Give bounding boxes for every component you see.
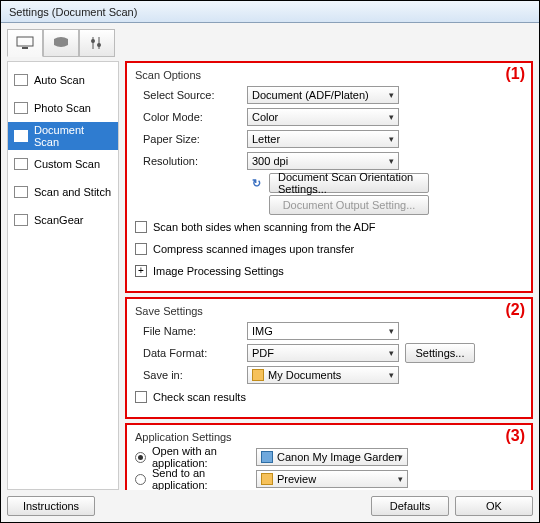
section-scan-options: (1) Scan Options Select Source: Document… xyxy=(125,61,533,293)
callout-2: (2) xyxy=(505,301,525,319)
select-source-combo[interactable]: Document (ADF/Platen) xyxy=(247,86,399,104)
resolution-label: Resolution: xyxy=(135,155,247,167)
orientation-settings-button[interactable]: Document Scan Orientation Settings... xyxy=(269,173,429,193)
open-with-combo[interactable]: Canon My Image Garden xyxy=(256,448,408,466)
send-app-label: Send to an application: xyxy=(152,467,256,490)
color-mode-combo[interactable]: Color xyxy=(247,108,399,126)
sidebar-item-scan-stitch[interactable]: Scan and Stitch xyxy=(8,178,118,206)
chk-check-results[interactable] xyxy=(135,391,147,403)
data-format-value: PDF xyxy=(252,347,274,359)
file-name-field[interactable]: IMG xyxy=(247,322,399,340)
svg-point-5 xyxy=(97,43,101,47)
radio-open-with[interactable] xyxy=(135,452,146,463)
section-app-settings: (3) Application Settings Open with an ap… xyxy=(125,423,533,490)
callout-1: (1) xyxy=(505,65,525,83)
svg-rect-0 xyxy=(17,37,33,46)
resolution-combo[interactable]: 300 dpi xyxy=(247,152,399,170)
sidebar-item-label: Custom Scan xyxy=(34,158,100,170)
radio-send-app[interactable] xyxy=(135,474,146,485)
save-in-label: Save in: xyxy=(135,369,247,381)
app-settings-title: Application Settings xyxy=(135,431,523,443)
output-setting-button[interactable]: Document Output Setting... xyxy=(269,195,429,215)
save-in-combo[interactable]: My Documents xyxy=(247,366,399,384)
doc-icon xyxy=(14,102,28,114)
doc-icon xyxy=(14,214,28,226)
select-source-label: Select Source: xyxy=(135,89,247,101)
doc-icon xyxy=(14,186,28,198)
send-app-value: Preview xyxy=(277,473,316,485)
feeder-icon xyxy=(51,35,71,51)
chk-check-results-label: Check scan results xyxy=(153,391,246,403)
callout-3: (3) xyxy=(505,427,525,445)
titlebar: Settings (Document Scan) xyxy=(1,1,539,23)
sidebar-item-label: Document Scan xyxy=(34,124,112,148)
expand-image-processing[interactable]: + xyxy=(135,265,147,277)
sidebar-item-auto-scan[interactable]: Auto Scan xyxy=(8,66,118,94)
save-settings-title: Save Settings xyxy=(135,305,523,317)
sidebar-item-label: Scan and Stitch xyxy=(34,186,111,198)
main-row: Auto Scan Photo Scan Document Scan Custo… xyxy=(7,61,533,490)
sidebar-item-label: Photo Scan xyxy=(34,102,91,114)
doc-icon xyxy=(14,158,28,170)
mode-tabbar xyxy=(7,29,533,57)
scan-options-title: Scan Options xyxy=(135,69,523,81)
color-mode-label: Color Mode: xyxy=(135,111,247,123)
sidebar-item-photo-scan[interactable]: Photo Scan xyxy=(8,94,118,122)
doc-icon xyxy=(14,130,28,142)
sliders-icon xyxy=(87,35,107,51)
doc-icon xyxy=(14,74,28,86)
paper-size-label: Paper Size: xyxy=(135,133,247,145)
tab-tools[interactable] xyxy=(79,29,115,57)
tab-scanner[interactable] xyxy=(7,29,43,57)
tab-feeder[interactable] xyxy=(43,29,79,57)
chk-compress-label: Compress scanned images upon transfer xyxy=(153,243,354,255)
folder-icon xyxy=(252,369,264,381)
send-app-combo[interactable]: Preview xyxy=(256,470,408,488)
window-body: Auto Scan Photo Scan Document Scan Custo… xyxy=(1,23,539,522)
paper-size-value: Letter xyxy=(252,133,280,145)
save-in-value: My Documents xyxy=(268,369,341,381)
open-with-label: Open with an application: xyxy=(152,445,256,469)
footer: Instructions Defaults OK xyxy=(7,490,533,516)
sidebar-item-custom-scan[interactable]: Custom Scan xyxy=(8,150,118,178)
monitor-icon xyxy=(15,35,35,51)
data-format-label: Data Format: xyxy=(135,347,247,359)
section-save-settings: (2) Save Settings File Name: IMG Data Fo… xyxy=(125,297,533,419)
app-icon xyxy=(261,451,273,463)
select-source-value: Document (ADF/Platen) xyxy=(252,89,369,101)
ok-button[interactable]: OK xyxy=(455,496,533,516)
image-processing-label: Image Processing Settings xyxy=(153,265,284,277)
resolution-value: 300 dpi xyxy=(252,155,288,167)
color-mode-value: Color xyxy=(252,111,278,123)
format-settings-button[interactable]: Settings... xyxy=(405,343,475,363)
sidebar-item-label: ScanGear xyxy=(34,214,84,226)
instructions-button[interactable]: Instructions xyxy=(7,496,95,516)
settings-window: Settings (Document Scan) Auto Scan Photo… xyxy=(0,0,540,523)
chk-both-sides-label: Scan both sides when scanning from the A… xyxy=(153,221,376,233)
sidebar-item-document-scan[interactable]: Document Scan xyxy=(8,122,118,150)
data-format-combo[interactable]: PDF xyxy=(247,344,399,362)
window-title: Settings (Document Scan) xyxy=(9,6,137,18)
chk-both-sides[interactable] xyxy=(135,221,147,233)
svg-point-4 xyxy=(91,39,95,43)
sidebar-item-label: Auto Scan xyxy=(34,74,85,86)
chk-compress[interactable] xyxy=(135,243,147,255)
content: (1) Scan Options Select Source: Document… xyxy=(125,61,533,490)
open-with-value: Canon My Image Garden xyxy=(277,451,401,463)
rotate-icon[interactable]: ↻ xyxy=(247,177,265,190)
defaults-button[interactable]: Defaults xyxy=(371,496,449,516)
file-name-label: File Name: xyxy=(135,325,247,337)
sidebar: Auto Scan Photo Scan Document Scan Custo… xyxy=(7,61,119,490)
svg-rect-1 xyxy=(22,47,28,49)
paper-size-combo[interactable]: Letter xyxy=(247,130,399,148)
file-name-value: IMG xyxy=(252,325,273,337)
preview-icon xyxy=(261,473,273,485)
sidebar-item-scangear[interactable]: ScanGear xyxy=(8,206,118,234)
